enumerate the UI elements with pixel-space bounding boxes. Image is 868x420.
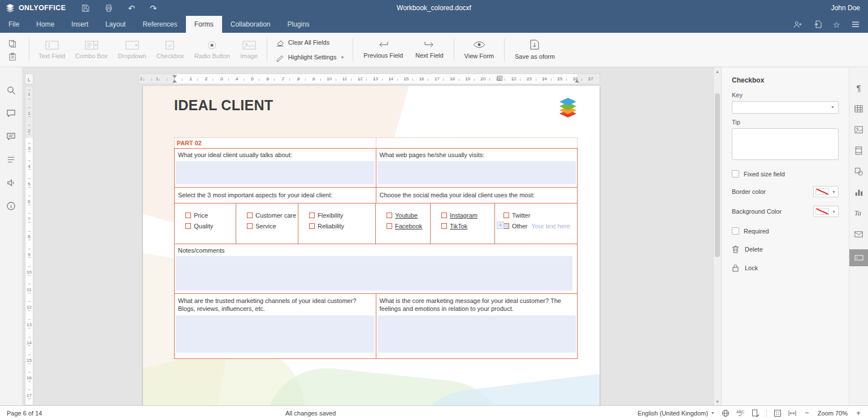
checkbox-icon[interactable]: [309, 223, 315, 229]
drag-handle-icon[interactable]: ≡: [497, 222, 504, 229]
left-indent-marker[interactable]: [172, 80, 177, 83]
tab-plugins[interactable]: Plugins: [279, 16, 318, 33]
tip-textarea[interactable]: [732, 128, 839, 160]
text-input-area[interactable]: [377, 315, 576, 353]
fixed-size-checkbox[interactable]: Fixed size field: [732, 170, 839, 177]
tab-home[interactable]: Home: [28, 16, 63, 33]
zoom-out-button[interactable]: −: [803, 409, 811, 417]
tab-forms[interactable]: Forms: [186, 16, 222, 33]
checkbox-option[interactable]: Reliability: [309, 223, 375, 230]
print-button[interactable]: [105, 4, 113, 12]
checkbox-option-other[interactable]: ≡ Other Your text here: [504, 223, 577, 230]
checkbox-icon[interactable]: [504, 213, 509, 218]
user-name[interactable]: John Doe: [831, 4, 868, 12]
checkbox-icon[interactable]: [309, 213, 315, 218]
chart-settings-icon[interactable]: [853, 187, 865, 198]
checkbox-button[interactable]: Checkbox: [151, 33, 189, 67]
tab-references[interactable]: References: [134, 16, 185, 33]
checkbox-icon-selected[interactable]: [504, 223, 509, 229]
redo-button[interactable]: ↷: [150, 4, 157, 12]
tab-insert[interactable]: Insert: [63, 16, 97, 33]
table-settings-icon[interactable]: [853, 103, 865, 114]
feedback-icon[interactable]: [6, 177, 17, 188]
next-field-button[interactable]: Next Field: [409, 33, 450, 67]
checkbox-option[interactable]: Youtube: [387, 212, 430, 219]
dropdown-button[interactable]: Dropdown: [113, 33, 151, 67]
checkbox-option[interactable]: Quality: [185, 223, 236, 230]
checkbox-option[interactable]: Facebook: [387, 223, 430, 230]
delete-button[interactable]: Delete: [732, 245, 839, 253]
checkbox-option[interactable]: Instagram: [441, 212, 494, 219]
checkbox-icon[interactable]: [387, 223, 392, 229]
save-button[interactable]: [81, 4, 90, 12]
shape-settings-icon[interactable]: [853, 166, 865, 177]
checkbox-option[interactable]: Price: [185, 212, 236, 219]
vertical-scrollbar[interactable]: ▲ ▼: [713, 67, 721, 405]
inline-text-placeholder[interactable]: Your text here: [532, 223, 570, 230]
tab-layout[interactable]: Layout: [97, 16, 134, 33]
image-button[interactable]: Image: [235, 33, 263, 67]
form-settings-icon[interactable]: [849, 249, 868, 266]
scroll-down-arrow[interactable]: ▼: [714, 397, 721, 405]
border-color-picker[interactable]: ▼: [813, 186, 839, 197]
favorite-star-icon[interactable]: ☆: [833, 20, 840, 29]
undo-button[interactable]: ↶: [128, 4, 135, 12]
spell-check-icon[interactable]: ABC: [736, 409, 745, 417]
checkbox-icon[interactable]: [441, 213, 447, 218]
checkbox-icon[interactable]: [732, 227, 739, 235]
about-icon[interactable]: [6, 200, 17, 211]
headerfooter-settings-icon[interactable]: [853, 145, 865, 156]
view-form-button[interactable]: View Form: [458, 33, 500, 67]
search-icon[interactable]: [6, 84, 17, 96]
checkbox-option[interactable]: TikTok: [441, 223, 494, 230]
mail-merge-icon[interactable]: [853, 228, 865, 240]
checkbox-icon[interactable]: [247, 223, 253, 229]
zoom-in-button[interactable]: +: [854, 409, 862, 417]
background-color-picker[interactable]: ▼: [813, 206, 839, 217]
tab-file[interactable]: File: [0, 16, 28, 33]
page-indicator[interactable]: Page 6 of 14: [0, 410, 42, 417]
v-ruler[interactable]: 11234567891011121314151617: [25, 86, 33, 405]
track-changes-icon[interactable]: [752, 409, 760, 417]
checkbox-icon[interactable]: [387, 213, 392, 218]
checkbox-icon[interactable]: [441, 223, 447, 229]
zoom-level[interactable]: Zoom 70%: [818, 410, 848, 417]
checkbox-icon[interactable]: [247, 213, 253, 218]
open-file-location-icon[interactable]: [814, 20, 822, 28]
scrollbar-thumb[interactable]: [715, 93, 720, 257]
checkbox-icon[interactable]: [185, 223, 191, 229]
fit-page-icon[interactable]: [774, 409, 782, 417]
textart-settings-icon[interactable]: Ta: [853, 207, 865, 219]
checkbox-option[interactable]: Service: [247, 223, 298, 230]
image-settings-icon[interactable]: [853, 124, 865, 135]
text-input-area[interactable]: [176, 161, 375, 184]
tab-selector[interactable]: L: [25, 73, 33, 84]
text-input-area[interactable]: [176, 315, 375, 353]
required-checkbox[interactable]: Required: [732, 227, 839, 235]
language-selector[interactable]: English (United Kingdom) ▼: [637, 410, 715, 417]
combo-box-button[interactable]: Combo Box: [70, 33, 112, 67]
checkbox-icon[interactable]: [185, 213, 191, 218]
checkbox-option[interactable]: Flexibility: [309, 212, 375, 219]
checkbox-icon[interactable]: [732, 170, 739, 177]
paragraph-settings-icon[interactable]: ¶: [853, 82, 865, 93]
text-input-area[interactable]: [377, 161, 576, 184]
document-page[interactable]: IDEAL CLIENT PART 02 What your ideal cli…: [143, 86, 600, 405]
chat-icon[interactable]: [6, 131, 17, 142]
scroll-up-arrow[interactable]: ▲: [714, 67, 721, 75]
copy-icon[interactable]: [8, 40, 16, 47]
comments-icon[interactable]: [6, 107, 17, 119]
navigation-icon[interactable]: [6, 154, 17, 165]
radio-button-button[interactable]: Radio Button: [189, 33, 236, 67]
paste-icon[interactable]: [8, 53, 16, 60]
key-dropdown[interactable]: ▼: [732, 101, 839, 114]
lock-button[interactable]: Lock: [732, 264, 839, 272]
save-as-oform-button[interactable]: Save as oform: [509, 33, 561, 67]
set-language-globe-icon[interactable]: [722, 409, 730, 417]
text-input-area[interactable]: [176, 256, 572, 291]
fit-width-icon[interactable]: [788, 410, 796, 417]
manage-access-icon[interactable]: [793, 21, 802, 28]
previous-field-button[interactable]: Previous Field: [357, 33, 409, 67]
tab-collaboration[interactable]: Collaboration: [222, 16, 279, 33]
clear-all-fields-button[interactable]: Clear All Fields: [276, 38, 345, 47]
